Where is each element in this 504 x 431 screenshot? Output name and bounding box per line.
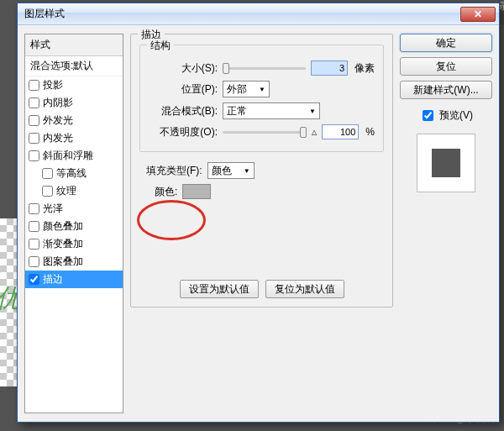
style-label: 斜面和浮雕 (43, 149, 93, 163)
style-item-7[interactable]: 光泽 (25, 200, 123, 218)
stroke-settings-panel: 描边 结构 大小(S): 像素 位置(P): 外部 (130, 34, 393, 413)
structure-title: 结构 (147, 39, 174, 53)
style-checkbox[interactable] (29, 150, 39, 161)
styles-list-header: 样式 (25, 34, 123, 56)
preview-label: 预览(V) (439, 108, 473, 123)
style-label: 内阴影 (43, 96, 73, 110)
preview-checkbox[interactable] (423, 110, 433, 121)
style-item-3[interactable]: 内发光 (25, 129, 123, 147)
style-checkbox[interactable] (29, 221, 39, 232)
reset-button[interactable]: 复位 (400, 57, 492, 76)
style-item-8[interactable]: 颜色叠加 (25, 218, 123, 235)
style-checkbox[interactable] (29, 115, 39, 126)
layer-style-dialog: 图层样式 ✕ 样式 混合选项:默认 投影内阴影外发光内发光斜面和浮雕等高线纹理光… (17, 3, 500, 423)
style-label: 图案叠加 (43, 255, 83, 269)
opacity-slider[interactable] (223, 131, 307, 134)
style-checkbox[interactable] (29, 239, 39, 250)
style-item-1[interactable]: 内阴影 (25, 94, 123, 112)
slider-thumb-icon[interactable] (300, 127, 307, 138)
style-item-10[interactable]: 图案叠加 (25, 253, 123, 271)
style-label: 外发光 (43, 113, 73, 128)
color-swatch[interactable] (182, 184, 211, 199)
opacity-unit: % (365, 126, 375, 138)
close-icon: ✕ (474, 8, 482, 20)
style-label: 纹理 (56, 184, 76, 198)
new-style-button[interactable]: 新建样式(W)... (400, 81, 492, 99)
slider-end-icon: △ (312, 129, 317, 136)
blending-options-row[interactable]: 混合选项:默认 (25, 56, 123, 76)
style-checkbox[interactable] (29, 256, 39, 267)
slider-thumb-icon[interactable] (223, 63, 229, 74)
filltype-label: 填充类型(F): (146, 164, 202, 178)
position-value: 外部 (227, 82, 247, 97)
style-item-2[interactable]: 外发光 (25, 112, 123, 129)
style-label: 等高线 (56, 166, 87, 181)
position-select[interactable]: 外部 ▼ (223, 81, 270, 97)
titlebar[interactable]: 图层样式 ✕ (18, 3, 499, 25)
style-label: 描边 (43, 272, 63, 286)
style-checkbox[interactable] (29, 97, 39, 108)
size-unit: 像素 (354, 61, 375, 76)
style-checkbox[interactable] (29, 80, 39, 91)
color-label: 颜色: (155, 185, 177, 199)
size-slider[interactable] (223, 67, 306, 70)
style-label: 光泽 (43, 202, 63, 216)
styles-list-panel: 样式 混合选项:默认 投影内阴影外发光内发光斜面和浮雕等高线纹理光泽颜色叠加渐变… (24, 34, 123, 413)
style-checkbox[interactable] (29, 274, 39, 285)
ok-button[interactable]: 确定 (400, 34, 492, 52)
style-label: 内发光 (43, 131, 73, 145)
chevron-down-icon: ▼ (259, 86, 265, 93)
blendmode-value: 正常 (227, 104, 247, 118)
style-label: 投影 (43, 78, 63, 92)
size-input[interactable] (311, 60, 348, 76)
style-item-0[interactable]: 投影 (25, 76, 123, 94)
structure-group: 结构 大小(S): 像素 位置(P): 外部 ▼ (139, 45, 384, 152)
size-label: 大小(S): (149, 61, 218, 76)
style-checkbox[interactable] (42, 186, 53, 197)
style-checkbox[interactable] (29, 203, 39, 214)
style-item-4[interactable]: 斜面和浮雕 (25, 147, 123, 165)
style-checkbox[interactable] (29, 133, 39, 144)
filltype-select[interactable]: 颜色 ▼ (207, 162, 255, 179)
opacity-label: 不透明度(O): (149, 125, 218, 139)
filltype-value: 颜色 (212, 164, 232, 178)
style-checkbox[interactable] (42, 168, 53, 179)
chevron-down-icon: ▼ (244, 167, 250, 175)
style-item-9[interactable]: 渐变叠加 (25, 235, 123, 253)
style-item-6[interactable]: 纹理 (25, 182, 123, 200)
close-button[interactable]: ✕ (460, 7, 496, 22)
set-default-button[interactable]: 设置为默认值 (180, 280, 259, 298)
position-label: 位置(P): (149, 82, 218, 97)
dialog-actions-panel: 确定 复位 新建样式(W)... 预览(V) (400, 34, 492, 413)
style-item-5[interactable]: 等高线 (25, 165, 123, 182)
opacity-input[interactable] (322, 124, 359, 139)
style-item-11[interactable]: 描边 (25, 271, 123, 288)
style-label: 渐变叠加 (43, 237, 83, 251)
style-label: 颜色叠加 (43, 219, 83, 234)
preview-thumbnail (417, 134, 475, 192)
preview-swatch (432, 149, 460, 177)
reset-default-button[interactable]: 复位为默认值 (265, 280, 344, 298)
blendmode-label: 混合模式(B): (149, 104, 218, 118)
window-title: 图层样式 (24, 7, 460, 21)
chevron-down-icon: ▼ (309, 108, 316, 115)
blendmode-select[interactable]: 正常 ▼ (223, 102, 320, 119)
